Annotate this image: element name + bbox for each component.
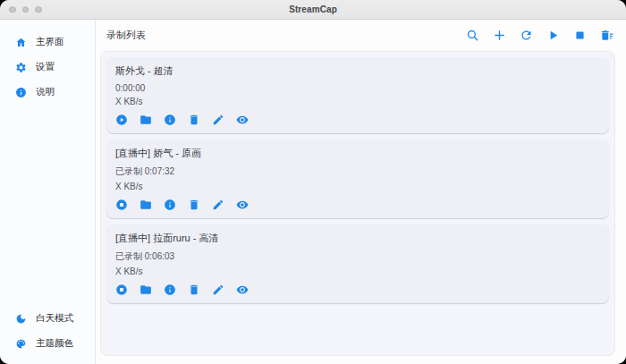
card-title: [直播中] 拉面ruru - 高清	[115, 232, 600, 245]
toolbar	[466, 29, 613, 42]
sidebar-item-label: 白天模式	[36, 312, 73, 325]
open-folder-button[interactable]	[140, 199, 152, 211]
card-speed: X KB/s	[115, 182, 600, 191]
info-button[interactable]	[164, 114, 176, 126]
stop-circle-icon	[115, 284, 128, 296]
main-header: 录制列表	[96, 20, 626, 51]
zoom-button[interactable]	[35, 6, 42, 13]
palette-icon	[15, 338, 27, 350]
folder-icon	[140, 199, 152, 211]
stop-all-button[interactable]	[573, 29, 587, 42]
trash-icon	[188, 284, 200, 296]
folder-icon	[140, 284, 152, 296]
card-speed: X KB/s	[115, 267, 600, 276]
pencil-icon	[212, 199, 224, 211]
refresh-button[interactable]	[520, 29, 533, 42]
open-folder-button[interactable]	[140, 284, 152, 296]
minimize-button[interactable]	[22, 6, 30, 13]
moon-icon	[15, 313, 27, 325]
preview-button[interactable]	[236, 199, 249, 211]
card-title: [直播中] 娇气 - 原画	[115, 147, 600, 160]
sidebar-item-day-mode[interactable]: 白天模式	[0, 306, 95, 331]
app-body: 主界面 设置 说明 白天模式 主题颜色	[0, 20, 626, 364]
stop-icon	[573, 29, 587, 42]
card-duration: 已录制 0:06:03	[115, 250, 600, 263]
recording-list-panel: 斯外戈 - 超清 0:00:00 X KB/s	[100, 51, 615, 356]
sidebar-item-help[interactable]: 说明	[0, 80, 95, 105]
play-circle-icon	[115, 114, 128, 126]
main-area: 录制列表	[96, 20, 626, 364]
card-duration: 0:00:00	[115, 83, 600, 93]
stop-record-button[interactable]	[115, 284, 128, 296]
home-icon	[15, 37, 27, 48]
search-button[interactable]	[466, 29, 479, 42]
delete-button[interactable]	[188, 199, 200, 211]
sidebar-item-label: 设置	[36, 61, 55, 73]
card-title: 斯外戈 - 超清	[115, 64, 600, 78]
info-button[interactable]	[164, 284, 176, 296]
card-actions	[115, 114, 600, 126]
preview-button[interactable]	[236, 114, 249, 126]
eye-icon	[236, 199, 249, 211]
add-recording-button[interactable]	[493, 29, 506, 42]
info-button[interactable]	[164, 199, 176, 211]
batch-delete-button[interactable]	[600, 29, 613, 42]
edit-button[interactable]	[212, 199, 224, 211]
info-circle-icon	[164, 284, 176, 296]
preview-button[interactable]	[236, 284, 249, 296]
pencil-icon	[212, 114, 224, 126]
stop-circle-icon	[115, 199, 128, 211]
eye-icon	[236, 114, 249, 126]
stop-record-button[interactable]	[115, 199, 128, 211]
info-icon	[15, 87, 27, 98]
start-all-button[interactable]	[546, 29, 560, 42]
open-folder-button[interactable]	[140, 114, 152, 126]
card-actions	[115, 284, 600, 296]
traffic-lights	[9, 6, 42, 13]
trash-icon	[188, 199, 200, 211]
close-button[interactable]	[9, 6, 16, 13]
info-circle-icon	[164, 199, 176, 211]
folder-icon	[140, 114, 152, 126]
edit-button[interactable]	[212, 114, 224, 126]
search-icon	[466, 29, 479, 42]
plus-icon	[493, 29, 506, 42]
recording-card: [直播中] 拉面ruru - 高清 已录制 0:06:03 X KB/s	[106, 224, 609, 303]
gear-icon	[15, 62, 27, 73]
delete-button[interactable]	[188, 284, 200, 296]
page-title: 录制列表	[106, 29, 146, 42]
app-window: StreamCap 主界面 设置 说明	[0, 0, 626, 364]
card-duration: 已录制 0:07:32	[115, 165, 600, 178]
sidebar-item-settings[interactable]: 设置	[0, 55, 95, 80]
refresh-icon	[520, 29, 533, 42]
pencil-icon	[212, 284, 224, 296]
sidebar-item-label: 说明	[36, 86, 55, 98]
play-icon	[546, 29, 560, 42]
start-record-button[interactable]	[115, 114, 128, 126]
eye-icon	[236, 284, 249, 296]
sidebar-item-theme-color[interactable]: 主题颜色	[0, 331, 95, 356]
sidebar-item-label: 主界面	[36, 36, 64, 48]
titlebar: StreamCap	[0, 0, 626, 20]
edit-button[interactable]	[212, 284, 224, 296]
sidebar-bottom: 白天模式 主题颜色	[0, 306, 95, 356]
trash-icon	[188, 114, 200, 126]
window-title: StreamCap	[289, 4, 337, 14]
recording-card: [直播中] 娇气 - 原画 已录制 0:07:32 X KB/s	[106, 140, 609, 218]
card-actions	[115, 199, 600, 211]
sidebar-item-main[interactable]: 主界面	[0, 30, 95, 55]
batch-delete-icon	[600, 29, 613, 42]
recording-card: 斯外戈 - 超清 0:00:00 X KB/s	[106, 57, 609, 133]
sidebar: 主界面 设置 说明 白天模式 主题颜色	[0, 20, 96, 364]
delete-button[interactable]	[188, 114, 200, 126]
info-circle-icon	[164, 114, 176, 126]
card-speed: X KB/s	[115, 97, 600, 106]
sidebar-top: 主界面 设置 说明	[0, 30, 95, 105]
sidebar-item-label: 主题颜色	[36, 337, 73, 350]
